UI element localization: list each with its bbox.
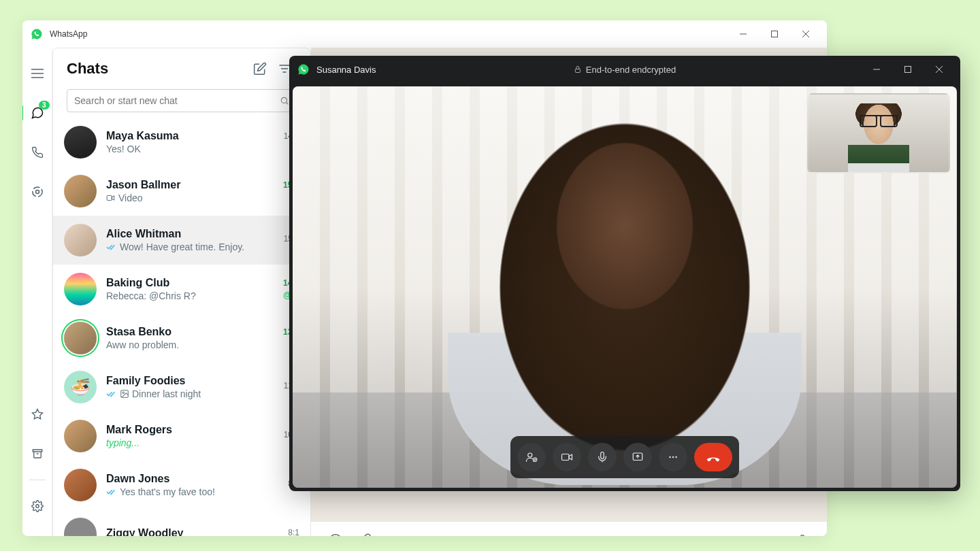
chat-time: 8:1 bbox=[288, 528, 299, 536]
chat-row[interactable]: Jason BallmerVideo15:2 bbox=[53, 167, 310, 216]
chat-row[interactable]: Alice WhitmanWow! Have great time. Enjoy… bbox=[53, 216, 310, 265]
lock-icon bbox=[574, 65, 582, 73]
minimize-button[interactable] bbox=[728, 20, 759, 48]
maximize-button[interactable] bbox=[759, 20, 790, 48]
svg-point-32 bbox=[669, 456, 670, 458]
add-participant-button[interactable] bbox=[517, 443, 546, 471]
nav-status[interactable] bbox=[24, 178, 51, 205]
image-icon bbox=[120, 389, 129, 399]
chat-preview-text: Aww no problem. bbox=[106, 339, 179, 350]
chat-preview: Rebecca: @Chris R? bbox=[106, 290, 283, 301]
app-title: WhatsApp bbox=[50, 29, 87, 39]
svg-line-14 bbox=[286, 102, 288, 104]
nav-starred[interactable] bbox=[24, 401, 51, 428]
titlebar: WhatsApp bbox=[22, 20, 827, 48]
chat-name: Alice Whitman bbox=[106, 228, 284, 240]
nav-menu[interactable] bbox=[24, 60, 51, 87]
chat-name: Jason Ballmer bbox=[106, 179, 283, 191]
chat-row[interactable]: Ziggy Woodley8:1 bbox=[53, 510, 310, 536]
chat-preview: Dinner last night bbox=[106, 388, 284, 399]
chat-preview-text: Dinner last night bbox=[132, 388, 201, 399]
svg-point-26 bbox=[528, 453, 532, 457]
svg-point-33 bbox=[672, 456, 674, 458]
chat-row[interactable]: Dawn JonesYes that's my fave too!8:3 bbox=[53, 461, 310, 510]
read-ticks-icon bbox=[106, 488, 117, 496]
search-input[interactable] bbox=[74, 95, 280, 106]
chat-row[interactable]: Baking ClubRebecca: @Chris R?14:4@ bbox=[53, 265, 310, 314]
chat-list: Maya KasumaYes! OK14:5Jason BallmerVideo… bbox=[53, 118, 310, 536]
read-ticks-icon bbox=[106, 390, 117, 398]
encryption-indicator: End-to-end endcrypted bbox=[574, 65, 676, 75]
chat-row[interactable]: 🍜Family FoodiesDinner last night11:2 bbox=[53, 363, 310, 412]
call-titlebar: Susanna Davis End-to-end endcrypted bbox=[289, 56, 960, 83]
chat-preview-text: Video bbox=[118, 193, 143, 203]
chat-avatar[interactable] bbox=[64, 469, 97, 501]
whatsapp-logo-icon bbox=[31, 28, 43, 40]
svg-rect-30 bbox=[562, 454, 570, 461]
read-ticks-icon bbox=[106, 243, 117, 251]
svg-rect-1 bbox=[772, 31, 778, 37]
caller-name: Susanna Davis bbox=[316, 65, 376, 75]
close-button[interactable] bbox=[790, 20, 821, 48]
search-box[interactable] bbox=[67, 89, 297, 112]
end-call-button[interactable] bbox=[694, 443, 732, 471]
nav-archived[interactable] bbox=[24, 440, 51, 467]
whatsapp-logo-icon bbox=[297, 63, 310, 76]
encryption-label: End-to-end endcrypted bbox=[586, 65, 676, 75]
chat-preview: typing... bbox=[106, 437, 284, 448]
chat-preview: Yes! OK bbox=[106, 144, 284, 154]
svg-point-17 bbox=[122, 392, 124, 393]
toggle-mic-button[interactable] bbox=[588, 443, 617, 471]
video-call-window: Susanna Davis End-to-end endcrypted bbox=[289, 56, 960, 491]
attach-button[interactable] bbox=[357, 533, 374, 537]
emoji-button[interactable] bbox=[327, 533, 344, 537]
new-chat-button[interactable] bbox=[248, 56, 272, 81]
chat-avatar[interactable] bbox=[64, 420, 97, 452]
chats-title: Chats bbox=[67, 60, 248, 78]
nav-profile[interactable] bbox=[24, 532, 51, 536]
chat-avatar[interactable] bbox=[64, 518, 97, 536]
chat-preview-text: Yes that's my fave too! bbox=[120, 486, 215, 497]
screen-share-button[interactable] bbox=[623, 443, 652, 471]
remote-video bbox=[293, 86, 957, 488]
self-video-pip[interactable] bbox=[807, 93, 950, 173]
chat-row[interactable]: Maya KasumaYes! OK14:5 bbox=[53, 118, 310, 167]
chat-name: Family Foodies bbox=[106, 375, 284, 387]
chat-name: Stasa Benko bbox=[106, 326, 283, 338]
nav-calls[interactable] bbox=[24, 139, 51, 166]
chat-preview-text: typing... bbox=[106, 437, 140, 448]
chat-avatar[interactable] bbox=[64, 322, 97, 354]
toggle-camera-button[interactable] bbox=[553, 443, 581, 471]
svg-point-13 bbox=[281, 97, 287, 103]
call-maximize-button[interactable] bbox=[892, 56, 924, 83]
chat-avatar[interactable] bbox=[64, 175, 97, 207]
chat-avatar[interactable] bbox=[64, 224, 97, 256]
svg-point-34 bbox=[675, 456, 676, 458]
message-input-bar bbox=[311, 521, 827, 536]
chat-preview-text: Rebecca: @Chris R? bbox=[106, 290, 196, 301]
chat-name: Mark Rogers bbox=[106, 424, 284, 436]
svg-point-8 bbox=[32, 187, 42, 197]
call-controls bbox=[510, 436, 739, 478]
svg-point-18 bbox=[329, 534, 342, 536]
voice-message-button[interactable] bbox=[794, 533, 811, 537]
chat-avatar[interactable]: 🍜 bbox=[64, 371, 97, 403]
svg-point-7 bbox=[35, 190, 39, 194]
call-minimize-button[interactable] bbox=[861, 56, 892, 83]
video-icon bbox=[106, 193, 116, 203]
nav-settings[interactable] bbox=[24, 492, 51, 520]
chat-avatar[interactable] bbox=[64, 273, 97, 305]
chat-row[interactable]: Stasa BenkoAww no problem.13:5 bbox=[53, 314, 310, 363]
chat-name: Dawn Jones bbox=[106, 473, 288, 485]
chat-avatar[interactable] bbox=[64, 126, 97, 158]
chat-name: Baking Club bbox=[106, 277, 283, 289]
chat-row[interactable]: Mark Rogerstyping...10:5 bbox=[53, 412, 310, 461]
message-input[interactable] bbox=[387, 535, 781, 536]
svg-rect-21 bbox=[575, 69, 580, 73]
more-options-button[interactable] bbox=[659, 443, 687, 471]
nav-chats[interactable]: 3 bbox=[24, 99, 51, 127]
svg-rect-23 bbox=[905, 67, 911, 73]
svg-point-9 bbox=[35, 505, 39, 508]
chats-badge: 3 bbox=[39, 101, 50, 110]
call-close-button[interactable] bbox=[924, 56, 955, 83]
